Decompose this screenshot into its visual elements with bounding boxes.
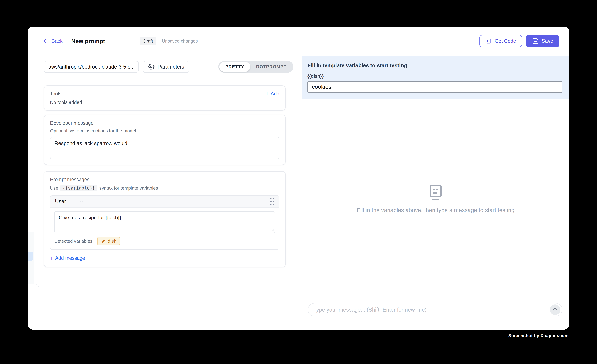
chat-empty-area: Fill in the variables above, then type a… bbox=[302, 99, 569, 299]
chat-message-inputbar bbox=[308, 303, 562, 316]
save-icon bbox=[532, 38, 539, 44]
message-body: Give me a recipe for {{dish}} Detected v… bbox=[50, 208, 279, 250]
back-button[interactable]: Back bbox=[43, 38, 63, 44]
developer-message-title: Developer message bbox=[50, 120, 279, 126]
developer-message-input[interactable]: Respond as jack sparrow would bbox=[50, 137, 279, 159]
header: Back New prompt Draft Unsaved changes Ge… bbox=[28, 27, 569, 56]
tools-card: Tools + Add No tools added bbox=[44, 85, 286, 111]
add-tool-label: Add bbox=[271, 91, 279, 97]
toggle-pretty[interactable]: PRETTY bbox=[219, 62, 250, 72]
toggle-dotprompt[interactable]: DOTPROMPT bbox=[250, 62, 292, 72]
dish-variable-label: {{dish}} bbox=[307, 74, 562, 79]
save-label: Save bbox=[542, 38, 553, 44]
test-panel: Fill in template variables to start test… bbox=[302, 56, 569, 330]
message-content-input[interactable]: Give me a recipe for {{dish}} bbox=[54, 211, 275, 233]
message-block: User Give me a recipe for {{dish}} bbox=[50, 195, 279, 250]
tools-title: Tools bbox=[50, 91, 62, 97]
drag-handle-icon[interactable] bbox=[270, 198, 274, 205]
chevron-down-icon[interactable] bbox=[79, 199, 84, 204]
background-sidebar-card bbox=[28, 284, 39, 330]
background-sidebar-selected-item bbox=[28, 252, 33, 261]
variable-syntax-hint: Use {{variable}} syntax for template var… bbox=[50, 185, 279, 191]
variable-badge-dish[interactable]: dish bbox=[97, 237, 120, 245]
arrow-left-icon bbox=[43, 38, 49, 44]
prompt-messages-card: Prompt messages Use {{variable}} syntax … bbox=[44, 171, 286, 267]
background-sidebar-strip bbox=[28, 232, 34, 330]
editor-panel: aws/anthropic/bedrock-claude-3-5-s... Pa… bbox=[28, 56, 302, 330]
app-window: Back New prompt Draft Unsaved changes Ge… bbox=[28, 27, 569, 330]
message-header: User bbox=[50, 196, 279, 208]
detected-variables-row: Detected variables: dish bbox=[54, 237, 275, 245]
variable-code-chip: {{variable}} bbox=[60, 185, 97, 191]
chat-message-input[interactable] bbox=[313, 307, 550, 313]
unsaved-changes-text: Unsaved changes bbox=[162, 38, 198, 44]
arrow-up-icon bbox=[552, 307, 558, 312]
get-code-button[interactable]: Get Code bbox=[479, 35, 522, 47]
variable-badge-label: dish bbox=[108, 238, 116, 244]
template-variables-title: Fill in template variables to start test… bbox=[307, 62, 562, 68]
page-title: New prompt bbox=[71, 38, 105, 45]
robot-face-icon bbox=[429, 184, 442, 200]
hint-suffix: syntax for template variables bbox=[99, 185, 158, 191]
plus-icon: + bbox=[266, 91, 269, 97]
developer-message-card: Developer message Optional system instru… bbox=[44, 115, 286, 165]
editor-toolbar: aws/anthropic/bedrock-claude-3-5-s... Pa… bbox=[28, 56, 302, 78]
chat-input-area bbox=[302, 299, 569, 330]
pencil-edit-icon bbox=[101, 239, 106, 243]
view-mode-toggle: PRETTY DOTPROMPT bbox=[218, 61, 293, 73]
main-split: aws/anthropic/bedrock-claude-3-5-s... Pa… bbox=[28, 56, 569, 330]
model-select-value: aws/anthropic/bedrock-claude-3-5-s... bbox=[48, 64, 135, 70]
role-select-value: User bbox=[55, 198, 66, 204]
save-button[interactable]: Save bbox=[526, 35, 559, 47]
add-message-button[interactable]: + Add message bbox=[50, 255, 279, 261]
model-select[interactable]: aws/anthropic/bedrock-claude-3-5-s... bbox=[44, 61, 139, 73]
plus-icon: + bbox=[50, 255, 53, 261]
gear-icon bbox=[148, 64, 155, 70]
developer-message-subtitle: Optional system instructions for the mod… bbox=[50, 128, 279, 133]
get-code-label: Get Code bbox=[495, 38, 516, 44]
parameters-label: Parameters bbox=[157, 64, 184, 70]
add-tool-button[interactable]: + Add bbox=[266, 91, 279, 97]
chat-empty-text: Fill in the variables above, then type a… bbox=[357, 207, 515, 213]
status-badge: Draft bbox=[140, 37, 156, 45]
send-button[interactable] bbox=[550, 304, 560, 315]
screenshot-canvas: Back New prompt Draft Unsaved changes Ge… bbox=[0, 0, 597, 364]
add-message-label: Add message bbox=[55, 255, 85, 261]
back-label: Back bbox=[51, 38, 63, 44]
template-variables-section: Fill in template variables to start test… bbox=[302, 56, 569, 99]
dish-variable-input[interactable] bbox=[307, 81, 562, 92]
detected-variables-label: Detected variables: bbox=[54, 238, 94, 244]
hint-prefix: Use bbox=[50, 185, 58, 191]
tools-empty-text: No tools added bbox=[50, 100, 279, 105]
parameters-button[interactable]: Parameters bbox=[143, 61, 189, 73]
terminal-icon bbox=[485, 38, 492, 44]
editor-content: Tools + Add No tools added Developer mes… bbox=[28, 78, 302, 330]
watermark-text: Screenshot by Xnapper.com bbox=[508, 333, 568, 338]
prompt-messages-title: Prompt messages bbox=[50, 177, 279, 182]
